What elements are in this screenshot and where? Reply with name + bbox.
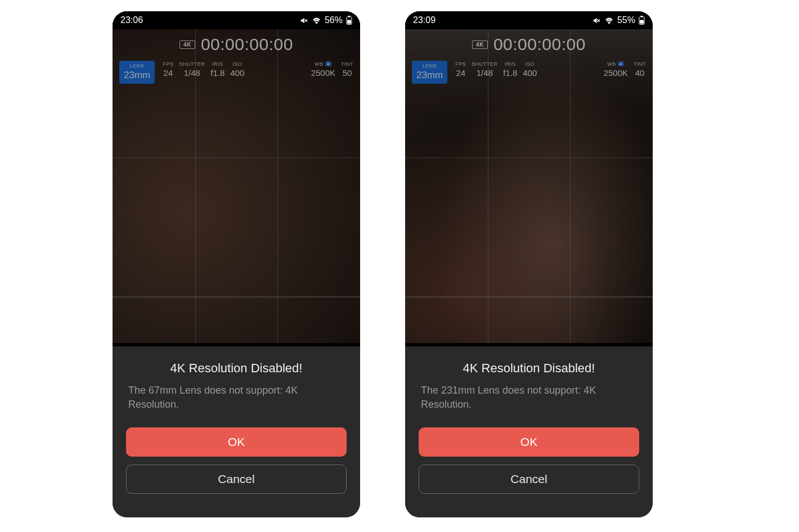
ok-button[interactable]: OK: [419, 427, 639, 457]
status-bar: 23:06 56%: [113, 11, 360, 29]
param-wb-label: WBA: [315, 61, 331, 67]
param-fps-label: FPS: [163, 61, 173, 67]
param-fps-value: 24: [163, 67, 173, 79]
param-tint-label: TINT: [341, 61, 353, 67]
svg-rect-1: [348, 16, 351, 17]
status-battery: 55%: [617, 15, 635, 25]
param-wb-label: WBA: [607, 61, 624, 67]
param-iris-value: f1.8: [503, 67, 517, 79]
param-shutter-label: SHUTTER: [179, 61, 205, 67]
param-shutter-value: 1/48: [477, 67, 493, 79]
param-wb[interactable]: WBA 2500K: [311, 61, 335, 84]
param-iso[interactable]: ISO 400: [230, 61, 244, 84]
camera-params-row: LENS 23mm FPS 24 SHUTTER 1/48 IRIS f1.8 …: [412, 61, 646, 84]
param-lens-label: LENS: [423, 62, 437, 69]
resolution-badge: 4K: [179, 40, 195, 49]
param-tint-value: 40: [635, 67, 645, 79]
svg-rect-5: [640, 20, 644, 24]
param-iso-label: ISO: [525, 61, 535, 67]
status-battery: 56%: [325, 15, 343, 25]
param-shutter[interactable]: SHUTTER 1/48: [179, 61, 205, 84]
status-bar: 23:09 55%: [405, 11, 653, 29]
param-wb-value: 2500K: [311, 67, 335, 79]
param-iris[interactable]: IRIS f1.8: [210, 61, 225, 84]
param-iso-value: 400: [523, 67, 537, 79]
param-shutter-value: 1/48: [184, 67, 200, 79]
dialog-sheet: 4K Resolution Disabled! The 67mm Lens do…: [113, 346, 360, 517]
param-wb[interactable]: WBA 2500K: [604, 61, 628, 84]
param-iris-label: IRIS: [505, 61, 516, 67]
dialog-message: The 67mm Lens does not support: 4K Resol…: [126, 384, 347, 412]
param-iris[interactable]: IRIS f1.8: [503, 61, 517, 84]
param-fps[interactable]: FPS 24: [163, 61, 173, 84]
ok-button[interactable]: OK: [126, 427, 347, 457]
param-fps[interactable]: FPS 24: [455, 61, 466, 84]
top-overlay: 4K 00:00:00:00: [113, 35, 360, 54]
wifi-icon: [604, 17, 614, 24]
param-lens-value: 23mm: [124, 69, 150, 82]
param-lens[interactable]: LENS 23mm: [412, 61, 447, 84]
phone-screenshot-left: 23:06 56% 4K 00:00:00:00 LENS 23mm: [113, 11, 360, 517]
status-time: 23:06: [120, 15, 143, 25]
param-tint[interactable]: TINT 40: [634, 61, 646, 84]
param-wb-value: 2500K: [604, 67, 628, 79]
wb-auto-badge: A: [325, 61, 332, 66]
param-lens-value: 23mm: [416, 69, 443, 82]
wb-auto-badge: A: [618, 61, 625, 66]
param-iso-value: 400: [230, 67, 244, 79]
wifi-icon: [312, 17, 321, 24]
dialog-sheet: 4K Resolution Disabled! The 231mm Lens d…: [405, 346, 653, 517]
mute-icon: [300, 16, 308, 25]
dialog-title: 4K Resolution Disabled!: [419, 361, 639, 376]
resolution-badge: 4K: [472, 40, 488, 49]
svg-rect-4: [641, 16, 643, 17]
battery-icon: [346, 16, 352, 25]
mute-icon: [592, 16, 601, 25]
timecode: 00:00:00:00: [201, 35, 293, 54]
param-tint-label: TINT: [634, 61, 646, 67]
status-time: 23:09: [413, 15, 436, 25]
camera-params-row: LENS 23mm FPS 24 SHUTTER 1/48 IRIS f1.8 …: [119, 61, 353, 84]
param-fps-value: 24: [456, 67, 465, 79]
param-fps-label: FPS: [455, 61, 466, 67]
phone-screenshot-right: 23:09 55% 4K 00:00:00:00 LENS 23mm: [405, 11, 653, 517]
dialog-message: The 231mm Lens does not support: 4K Reso…: [419, 384, 639, 412]
cancel-button[interactable]: Cancel: [419, 465, 639, 494]
timecode: 00:00:00:00: [493, 35, 586, 54]
param-lens[interactable]: LENS 23mm: [119, 61, 155, 84]
battery-icon: [639, 16, 645, 25]
param-iso-label: ISO: [232, 61, 242, 67]
cancel-button[interactable]: Cancel: [126, 465, 347, 494]
param-iris-label: IRIS: [212, 61, 223, 67]
param-tint-value: 50: [343, 67, 352, 79]
param-tint[interactable]: TINT 50: [341, 61, 353, 84]
dialog-title: 4K Resolution Disabled!: [126, 361, 347, 376]
param-iso[interactable]: ISO 400: [523, 61, 537, 84]
param-shutter[interactable]: SHUTTER 1/48: [472, 61, 497, 84]
param-shutter-label: SHUTTER: [472, 61, 497, 67]
top-overlay: 4K 00:00:00:00: [405, 35, 653, 54]
param-iris-value: f1.8: [210, 67, 225, 79]
svg-rect-2: [347, 20, 351, 24]
param-lens-label: LENS: [130, 62, 145, 69]
